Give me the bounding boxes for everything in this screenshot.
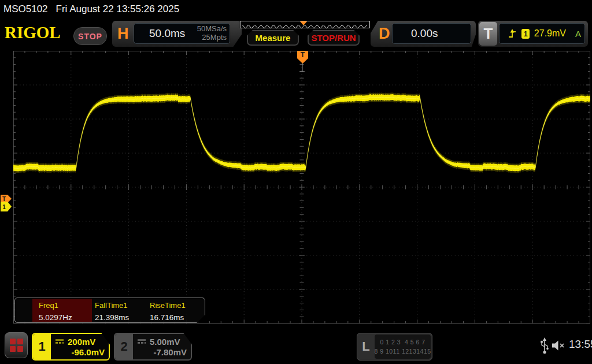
sample-rate-memory: 50MSa/s 25Mpts (197, 25, 227, 42)
logic-label: L (357, 333, 375, 360)
measurement-results-box: Freq1 5.0297Hz FallTime1 21.398ms RiseTi… (14, 298, 205, 323)
channel-1-block[interactable]: 1 200mV -96.0mV (32, 333, 110, 361)
delay-label: D (379, 24, 390, 43)
channel-2-number: 2 (115, 334, 133, 359)
datetime-text: Fri August 22 13:55:26 2025 (56, 3, 180, 15)
channel1-position-marker-label: 1 (2, 204, 6, 210)
horizontal-settings-section[interactable]: H 50.0ms 50MSa/s 25Mpts (112, 21, 242, 47)
acquisition-status-badge: STOP (73, 27, 107, 45)
toolbar: RIGOL STOP H 50.0ms 50MSa/s 25Mpts Measu… (0, 19, 592, 47)
trigger-level-marker-label: T (2, 196, 6, 202)
measurement-falltime1[interactable]: FallTime1 21.398ms (95, 301, 129, 322)
memory-depth: 25Mpts (197, 34, 227, 42)
rising-edge-icon (508, 28, 516, 39)
sample-rate: 50MSa/s (197, 25, 227, 34)
measurement-risetime1[interactable]: RiseTime1 16.716ms (150, 301, 186, 322)
clock-text: 13:55 (569, 338, 592, 351)
stop-run-button[interactable]: STOP/RUN (308, 30, 360, 46)
measurement-label: RiseTime1 (150, 301, 186, 310)
horizontal-label: H (117, 24, 129, 43)
channel-1-number: 1 (33, 334, 51, 359)
model-name: MSO5102 (3, 3, 48, 15)
channel-2-block[interactable]: 2 5.00mV -7.80mV (114, 333, 192, 361)
channel-1-offset: -96.0mV (54, 347, 105, 357)
channel-2-scale: 5.00mV (150, 337, 180, 347)
measure-button[interactable]: Measure (247, 30, 299, 46)
measurement-label: Freq1 (39, 301, 72, 310)
measurement-value: 21.398ms (95, 313, 129, 322)
trigger-section[interactable]: T 1 27.9mV A (478, 21, 588, 47)
trigger-source-badge: 1 (521, 29, 530, 39)
channel-1-scale: 200mV (68, 337, 95, 347)
measurement-label: FallTime1 (95, 301, 129, 310)
logic-channels-row1: 0 1 2 3 4 5 6 7 (380, 337, 425, 347)
trigger-position-marker-label: T (301, 51, 305, 59)
dc-coupling-icon (136, 338, 147, 345)
memory-position-marker (300, 21, 307, 25)
memory-position-strip[interactable] (240, 21, 370, 28)
trigger-level-value: 27.9mV (534, 28, 566, 39)
trigger-label: T (479, 22, 497, 46)
measurement-value: 16.716ms (150, 313, 186, 322)
channel-2-offset: -7.80mV (136, 347, 187, 357)
menu-grid-button[interactable] (5, 332, 28, 358)
timebase-value: 50.0ms (149, 27, 185, 40)
measurement-value: 5.0297Hz (39, 313, 72, 322)
rigol-logo: RIGOL (5, 23, 61, 42)
logic-channels-block[interactable]: L 0 1 2 3 4 5 6 7 8 9 1011 12131415 (357, 333, 432, 361)
speaker-muted-icon (551, 339, 567, 352)
dc-coupling-icon (54, 338, 65, 345)
delay-section[interactable]: D 0.00s (371, 21, 476, 47)
delay-value: 0.00s (411, 27, 438, 40)
grid-icon (10, 339, 23, 352)
left-markers: T 1 (0, 192, 13, 214)
measurement-freq1[interactable]: Freq1 5.0297Hz (39, 301, 72, 322)
usb-icon (539, 337, 550, 355)
oscilloscope-screen: MSO5102 Fri August 22 13:55:26 2025 RIGO… (0, 0, 592, 364)
logic-channels-row2: 8 9 1011 12131415 (374, 347, 431, 356)
title-bar: MSO5102 Fri August 22 13:55:26 2025 (3, 2, 179, 17)
trigger-sweep-mode: A (575, 29, 581, 39)
waveform-display: T (13, 51, 590, 324)
bottom-bar: 1 200mV -96.0mV 2 (0, 329, 592, 364)
